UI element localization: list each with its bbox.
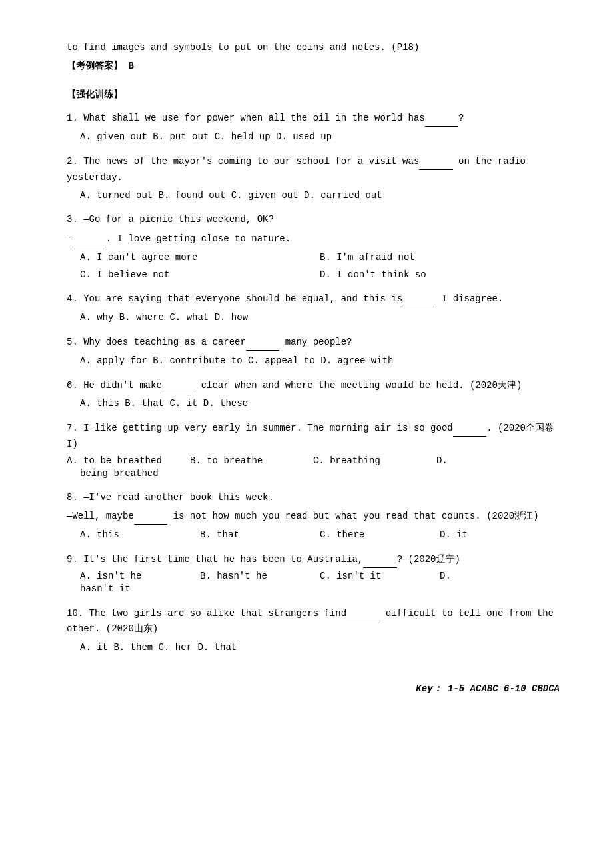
key-section: Key： 1-5 ACABC 6-10 CBDCA xyxy=(67,683,560,695)
section-title: 【强化训练】 xyxy=(67,87,560,102)
answer-value: B xyxy=(128,61,133,71)
answer-label: 【考例答案】 xyxy=(67,61,123,71)
question-4: 4. You are saying that everyone should b… xyxy=(67,291,560,326)
question-3-text: 3. —Go for a picnic this weekend, OK? xyxy=(67,212,560,228)
question-2: 2. The news of the mayor's coming to our… xyxy=(67,153,560,204)
example-answer: 【考例答案】 B xyxy=(67,59,560,73)
question-9: 9. It's the first time that he has been … xyxy=(67,551,560,597)
questions-container: 1. What shall we use for power when all … xyxy=(67,110,560,656)
question-10: 10. The two girls are so alike that stra… xyxy=(67,605,560,656)
question-3: 3. —Go for a picnic this weekend, OK? — … xyxy=(67,212,560,283)
question-6: 6. He didn't make clear when and where t… xyxy=(67,377,560,413)
intro-line: to find images and symbols to put on the… xyxy=(67,40,560,55)
key-label: Key： xyxy=(416,683,442,694)
question-7: 7. I like getting up very early in summe… xyxy=(67,420,560,481)
key-value: 1-5 ACABC 6-10 CBDCA xyxy=(448,683,560,694)
question-5: 5. Why does teaching as a career many pe… xyxy=(67,334,560,369)
question-8: 8. —I've read another book this week. —W… xyxy=(67,490,560,543)
question-1: 1. What shall we use for power when all … xyxy=(67,110,560,145)
